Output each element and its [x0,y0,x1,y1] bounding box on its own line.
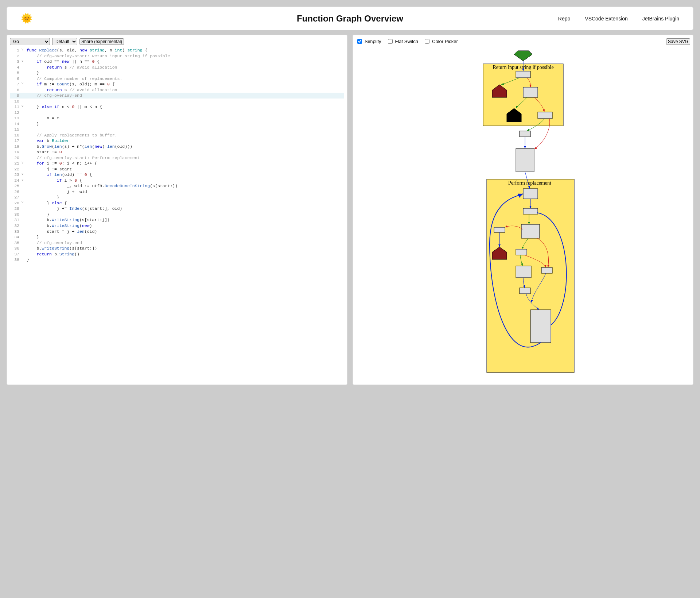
fold-icon [22,189,25,195]
line-number: 24 [10,178,22,184]
code-content: func Replace(s, old, new string, n int) … [25,47,344,53]
code-content: } else if n < 0 || m < n { [25,104,344,110]
simplify-checkbox[interactable] [357,39,362,44]
code-line[interactable]: 15 [10,127,344,132]
code-content: j += wid [25,189,344,195]
code-line[interactable]: 38} [10,257,344,263]
code-content [25,127,344,132]
code-line[interactable]: 24v if i > 0 { [10,178,344,184]
code-line[interactable]: 25 _, wid := utf8.DecodeRuneInString(s[s… [10,183,344,189]
vscode-extension-link[interactable]: VSCode Extension [585,16,628,22]
line-number: 5 [10,70,22,76]
language-select[interactable]: Go [10,38,50,45]
code-line[interactable]: 29 j += Index(s[start:], old) [10,206,344,212]
code-content: b.WriteString(s[start:]) [25,246,344,251]
code-content: _, wid := utf8.DecodeRuneInString(s[star… [25,183,344,189]
cfg-node [494,227,505,232]
code-line[interactable]: 1vfunc Replace(s, old, new string, n int… [10,47,344,53]
code-content: start = j + len(old) [25,229,344,235]
code-line[interactable]: 4 return s // avoid allocation [10,65,344,70]
code-panel: Go Default Share (experimental) 1vfunc R… [7,35,347,385]
line-number: 13 [10,115,22,121]
code-line[interactable]: 21v for i := 0; i < n; i++ { [10,161,344,166]
cfg-node [516,249,527,255]
code-line[interactable]: 6 // Compute number of replacements. [10,76,344,82]
line-number: 6 [10,76,22,82]
fold-icon[interactable]: v [22,161,25,166]
code-content: // cfg-overlay-end [25,93,344,99]
code-line[interactable]: 37 return b.String() [10,251,344,257]
share-button[interactable]: Share (experimental) [79,38,124,45]
fold-icon [22,206,25,212]
code-line[interactable]: 17 var b Builder [10,138,344,144]
code-line[interactable]: 28v } else { [10,200,344,206]
code-line[interactable]: 30 } [10,212,344,217]
code-line[interactable]: 19 start := 0 [10,149,344,155]
code-line[interactable]: 16 // Apply replacements to buffer. [10,132,344,138]
code-line[interactable]: 36 b.WriteString(s[start:]) [10,246,344,251]
code-line[interactable]: 27 } [10,194,344,200]
code-line[interactable]: 31 b.WriteString(s[start:j]) [10,217,344,223]
fold-icon [22,229,25,235]
code-line[interactable]: 26 j += wid [10,189,344,195]
code-line[interactable]: 5 } [10,70,344,76]
code-line[interactable]: 23v if len(old) == 0 { [10,172,344,178]
code-content: } [25,70,344,76]
code-line[interactable]: 11v } else if n < 0 || m < n { [10,104,344,110]
code-line[interactable]: 35 // cfg-overlay-end [10,240,344,246]
code-line[interactable]: 7v if m := Count(s, old); m == 0 { [10,81,344,87]
graph-panel: Simplify Flat Switch Color Picker Save S… [353,35,693,385]
cfg-node [538,112,552,119]
line-number: 20 [10,155,22,161]
line-number: 30 [10,212,22,217]
code-line[interactable]: 20 // cfg-overlay-start: Perform replace… [10,155,344,161]
save-svg-button[interactable]: Save SVG [666,38,690,45]
color-picker-checkbox[interactable] [425,39,429,44]
code-content: if m := Count(s, old); m == 0 { [25,81,344,87]
fold-icon [22,99,25,104]
fold-icon[interactable]: v [22,200,25,206]
code-line[interactable]: 32 b.WriteString(new) [10,223,344,229]
jetbrains-plugin-link[interactable]: JetBrains Plugin [642,16,679,22]
code-line[interactable]: 18 b.Grow(len(s) + n*(len(new)-len(old))… [10,144,344,150]
fold-icon[interactable]: v [22,104,25,110]
cfg-node [523,208,538,214]
fold-icon [22,155,25,161]
theme-select[interactable]: Default [52,38,77,45]
code-line[interactable]: 33 start = j + len(old) [10,229,344,235]
code-content: j := start [25,166,344,172]
fold-icon[interactable]: v [22,59,25,65]
code-line[interactable]: 13 n = m [10,115,344,121]
fold-icon [22,53,25,59]
code-line[interactable]: 3v if old == new || n == 0 { [10,59,344,65]
code-line[interactable]: 2 // cfg-overlay-start: Return input str… [10,53,344,59]
fold-icon [22,251,25,257]
line-number: 7 [10,81,22,87]
fold-icon [22,115,25,121]
repo-link[interactable]: Repo [558,16,570,22]
fold-icon [22,127,25,132]
flat-switch-checkbox[interactable] [388,39,393,44]
code-content: } else { [25,200,344,206]
code-line[interactable]: 14 } [10,121,344,127]
code-content: b.Grow(len(s) + n*(len(new)-len(old))) [25,144,344,150]
fold-icon [22,194,25,200]
fold-icon [22,110,25,116]
line-number: 8 [10,87,22,93]
fold-icon [22,212,25,217]
code-line[interactable]: 10 [10,99,344,104]
fold-icon[interactable]: v [22,47,25,53]
code-line[interactable]: 34 } [10,234,344,240]
code-line[interactable]: 12 [10,110,344,116]
code-editor[interactable]: 1vfunc Replace(s, old, new string, n int… [10,47,344,263]
fold-icon[interactable]: v [22,172,25,178]
code-line[interactable]: 8 return s // avoid allocation [10,87,344,93]
logo-icon: 🌞 [21,13,32,24]
code-line[interactable]: 9 // cfg-overlay-end [10,93,344,99]
code-content: return s // avoid allocation [25,65,344,70]
fold-icon[interactable]: v [22,178,25,184]
code-line[interactable]: 22 j := start [10,166,344,172]
flat-switch-label: Flat Switch [395,39,419,44]
line-number: 3 [10,59,22,65]
fold-icon[interactable]: v [22,81,25,87]
